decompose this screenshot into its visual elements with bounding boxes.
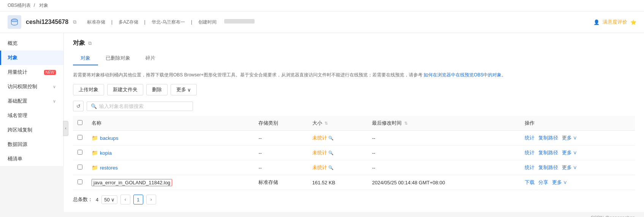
row-checkbox-col <box>73 160 87 175</box>
row-name-col: 📁 kopia <box>87 146 254 160</box>
info-link[interactable]: 如何在浏览器中在线预览OBS中的对象。 <box>424 72 506 78</box>
tab-objects[interactable]: 对象 <box>73 52 98 65</box>
row-checkbox-col <box>73 146 87 160</box>
breadcrumb-obs-list[interactable]: OBS桶列表 <box>8 3 31 8</box>
sidebar-item-overview[interactable]: 概览 <box>0 36 63 51</box>
sidebar-item-objects[interactable]: 对象 <box>0 51 63 65</box>
upload-object-button[interactable]: 上传对象 <box>73 84 104 95</box>
refresh-icon: ↺ <box>76 103 81 109</box>
row-checkbox[interactable] <box>78 135 82 140</box>
page-size-value: 50 <box>104 197 109 203</box>
table-row: 📁 restores -- 未统计 🔍 -- <box>73 160 635 175</box>
meta-create-time: 创建时间 <box>198 19 217 25</box>
table-row: 📁 kopia -- 未统计 🔍 -- <box>73 146 635 160</box>
row-checkbox[interactable] <box>78 150 82 155</box>
bucket-icon <box>8 15 21 29</box>
sidebar-item-label: 跨区域复制 <box>8 127 32 133</box>
sidebar-item-label: 对象 <box>8 54 17 61</box>
sidebar-item-domain[interactable]: 域名管理 <box>0 108 63 123</box>
select-all-checkbox[interactable] <box>78 120 82 125</box>
tab-deleted-objects[interactable]: 已删除对象 <box>98 52 138 65</box>
uncounted-size: 未统计 🔍 <box>312 164 363 171</box>
action-links: 统计 复制路径 更多 ∨ <box>525 149 630 156</box>
action-more[interactable]: 更多 ∨ <box>562 164 578 171</box>
copy-page-title-icon[interactable]: ⧉ <box>88 40 92 46</box>
next-page-button[interactable]: › <box>146 195 156 204</box>
row-name: kopia <box>100 150 112 156</box>
copy-bucket-name-icon[interactable]: ⧉ <box>73 19 76 25</box>
sidebar-item-usage[interactable]: 用量统计 NEW <box>0 65 63 79</box>
row-storage-col: -- <box>254 160 307 175</box>
sidebar-item-data-restore[interactable]: 数据回源 <box>0 137 63 152</box>
content-area: 对象 ⧉ 对象 已删除对象 碎片 若需要将对象移动到桶内其他位置，推荐下载使用O… <box>64 33 644 217</box>
sidebar-item-label: 桶清单 <box>8 155 22 162</box>
delete-button[interactable]: 删除 <box>146 84 168 95</box>
action-stats[interactable]: 统计 <box>525 164 535 171</box>
col-size: 大小 ⇅ <box>308 116 368 131</box>
action-more[interactable]: 更多 ∨ <box>562 149 578 156</box>
sidebar-item-access-control[interactable]: 访问权限控制 ∨ <box>0 79 63 94</box>
row-size-col: 未统计 🔍 <box>308 146 368 160</box>
header-right: 👤 满意度评价 ⭐ <box>593 19 636 25</box>
row-storage-col: -- <box>254 146 307 160</box>
page-title: 对象 <box>73 39 85 47</box>
search-size-icon[interactable]: 🔍 <box>328 165 334 170</box>
action-links: 下载 分享 更多 ∨ <box>525 179 630 186</box>
action-stats[interactable]: 统计 <box>525 149 535 156</box>
chevron-down-icon: ∨ <box>187 87 191 93</box>
tab-shards[interactable]: 碎片 <box>138 52 163 65</box>
meta-storage-type: 标准存储 <box>87 19 105 25</box>
star-icon: ⭐ <box>630 19 636 25</box>
bucket-meta: 标准存储 | 多AZ存储 | 华北-乌兰察布一 | 创建时间 <box>87 19 255 25</box>
table-header: 名称 存储类别 大小 ⇅ 最后修改时间 ⇅ 操作 <box>73 116 635 131</box>
sidebar-item-label: 域名管理 <box>8 112 27 119</box>
row-modified-col: -- <box>367 146 520 160</box>
page-header: 对象 ⧉ 对象 已删除对象 碎片 <box>64 33 644 65</box>
search-input[interactable] <box>99 103 189 109</box>
file-name-selected: java_error_in_GOLAND_11842.log <box>92 179 172 186</box>
user-icon: 👤 <box>593 19 600 25</box>
tabs: 对象 已删除对象 碎片 <box>73 52 635 65</box>
size-sort-icon[interactable]: ⇅ <box>324 121 328 125</box>
action-copy-path[interactable]: 复制路径 <box>538 164 558 171</box>
new-folder-button[interactable]: 新建文件夹 <box>107 84 143 95</box>
prev-page-button[interactable]: ‹ <box>120 195 130 204</box>
search-size-icon[interactable]: 🔍 <box>328 136 334 141</box>
search-size-icon[interactable]: 🔍 <box>328 150 334 155</box>
folder-link[interactable]: 📁 restores <box>92 165 249 171</box>
action-copy-path[interactable]: 复制路径 <box>538 135 558 141</box>
row-modified-col: 2024/05/25 00:14:48 GMT+08:00 <box>367 175 520 190</box>
action-share[interactable]: 分享 <box>538 179 548 186</box>
refresh-button[interactable]: ↺ <box>73 101 84 111</box>
sidebar-wrapper: 概览 对象 用量统计 NEW 访问权限控制 ∨ 基础配置 ∨ 域名管理 跨区域复… <box>0 33 64 217</box>
row-checkbox-col <box>73 175 87 190</box>
row-size-col: 未统计 🔍 <box>308 131 368 146</box>
sidebar-collapse-button[interactable]: ‹ <box>63 121 68 136</box>
row-checkbox[interactable] <box>78 179 82 184</box>
sidebar-item-clearlist[interactable]: 桶清单 <box>0 152 63 166</box>
pagination-row: 总条数： 4 50 ∨ ‹ 1 › <box>73 190 635 206</box>
col-actions: 操作 <box>520 116 635 131</box>
action-more[interactable]: 更多 ∨ <box>552 179 568 186</box>
sidebar-item-cross-region[interactable]: 跨区域复制 <box>0 123 63 137</box>
action-copy-path[interactable]: 复制路径 <box>538 149 558 156</box>
more-button[interactable]: 更多 ∨ <box>171 84 197 95</box>
breadcrumb-current: 对象 <box>39 3 48 8</box>
folder-link[interactable]: 📁 kopia <box>92 150 249 156</box>
sidebar-item-basic-config[interactable]: 基础配置 ∨ <box>0 94 63 108</box>
satisfaction-button[interactable]: 满意度评价 <box>603 19 627 25</box>
row-checkbox[interactable] <box>78 165 82 169</box>
row-storage-col: 标准存储 <box>254 175 307 190</box>
last-modified-sort-icon[interactable]: ⇅ <box>404 121 408 125</box>
sidebar-item-label: 基础配置 <box>8 98 27 105</box>
folder-icon: 📁 <box>92 165 98 171</box>
action-stats[interactable]: 统计 <box>525 135 535 141</box>
search-icon: 🔍 <box>91 103 97 109</box>
page-size-select[interactable]: 50 ∨ <box>101 195 117 204</box>
objects-table: 名称 存储类别 大小 ⇅ 最后修改时间 ⇅ 操作 <box>73 116 635 190</box>
action-links: 统计 复制路径 更多 ∨ <box>525 164 630 171</box>
action-more[interactable]: 更多 ∨ <box>562 135 578 141</box>
action-download[interactable]: 下载 <box>525 179 535 186</box>
breadcrumb: OBS桶列表 / 对象 <box>0 0 644 11</box>
folder-link[interactable]: 📁 backups <box>92 135 249 141</box>
